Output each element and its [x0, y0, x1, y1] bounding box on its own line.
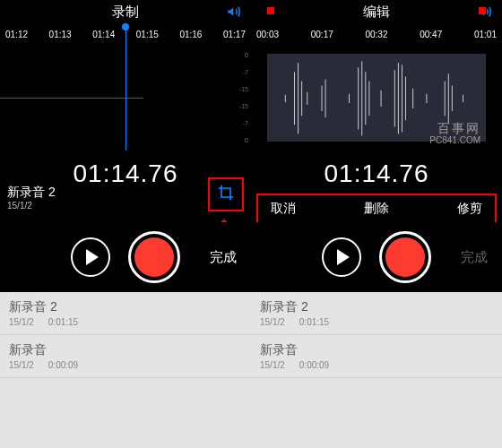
- edit-actions-highlight: 取消 删除 修剪: [256, 194, 497, 224]
- list-item[interactable]: 新录音 2 15/1/2 0:01:15: [0, 292, 251, 335]
- list-item[interactable]: 新录音 15/1/2 0:00:09: [0, 335, 251, 378]
- list-item[interactable]: 新录音 15/1/2 0:00:09: [251, 335, 502, 378]
- time-tick: 01:13: [49, 30, 72, 39]
- list-item-date: 15/1/2: [9, 317, 34, 327]
- play-icon: [86, 249, 99, 265]
- time-tick: 00:17: [311, 30, 333, 39]
- trim-button-highlight: [208, 177, 244, 211]
- cancel-button[interactable]: 取消: [271, 201, 296, 217]
- time-tick: 01:17: [223, 30, 246, 39]
- time-tick: 01:12: [5, 30, 28, 39]
- info-panel: 01:14.76 新录音 2 15/1/2 ⬆: [0, 151, 251, 222]
- done-button[interactable]: 完成: [210, 249, 237, 266]
- time-tick: 01:14: [92, 30, 115, 39]
- edit-screen: 编辑 00:03 00:17 00:32 00:47 01:01: [251, 0, 502, 448]
- record-button[interactable]: [379, 231, 431, 283]
- list-item-duration: 0:01:15: [48, 317, 78, 327]
- waveform-flat: [0, 98, 143, 99]
- list-item-duration: 0:00:09: [299, 360, 329, 370]
- header: 编辑: [251, 0, 502, 23]
- header-title: 录制: [112, 4, 139, 21]
- time-tick: 00:03: [256, 30, 279, 39]
- trim-handle-right[interactable]: [479, 7, 486, 14]
- list-item-name: 新录音 2: [260, 299, 493, 315]
- db-scale: 0 -7 -15 -15 -7 0: [235, 52, 251, 143]
- header-title: 编辑: [363, 4, 390, 21]
- transport-controls: 完成: [251, 222, 502, 292]
- recordings-list[interactable]: 新录音 2 15/1/2 0:01:15 新录音 15/1/2 0:00:09: [0, 292, 251, 448]
- time-tick: 01:01: [474, 30, 497, 39]
- record-button[interactable]: [128, 231, 180, 283]
- play-button[interactable]: [322, 237, 361, 277]
- trim-button[interactable]: 修剪: [457, 201, 482, 217]
- current-recording-meta: 新录音 2 15/1/2: [7, 185, 56, 211]
- list-item-date: 15/1/2: [260, 317, 285, 327]
- watermark: 百事网 PC841.COM: [429, 122, 480, 145]
- crop-icon[interactable]: [217, 184, 235, 205]
- list-item-name: 新录音 2: [9, 299, 242, 315]
- list-item-duration: 0:01:15: [299, 317, 329, 327]
- time-tick: 00:47: [420, 30, 442, 39]
- playhead[interactable]: [126, 23, 126, 159]
- list-item-name: 新录音: [260, 342, 493, 358]
- list-item-name: 新录音: [9, 342, 242, 358]
- play-button[interactable]: [71, 237, 110, 277]
- record-icon: [385, 237, 425, 277]
- delete-button[interactable]: 删除: [364, 201, 389, 217]
- waveform-area[interactable]: 百事网 PC841.COM: [251, 45, 502, 151]
- list-item-duration: 0:00:09: [48, 360, 78, 370]
- header: 录制: [0, 0, 251, 23]
- list-item[interactable]: 新录音 2 15/1/2 0:01:15: [251, 292, 502, 335]
- time-tick: 01:15: [136, 30, 159, 39]
- waveform-area[interactable]: 0 -7 -15 -15 -7 0: [0, 45, 251, 151]
- recordings-list[interactable]: 新录音 2 15/1/2 0:01:15 新录音 15/1/2 0:00:09: [251, 292, 502, 448]
- done-button: 完成: [461, 249, 488, 266]
- elapsed-time: 01:14.76: [251, 159, 502, 188]
- time-tick: 01:16: [179, 30, 202, 39]
- transport-controls: 完成: [0, 222, 251, 292]
- record-icon: [134, 237, 174, 277]
- timeline-ruler[interactable]: 00:03 00:17 00:32 00:47 01:01: [251, 23, 502, 45]
- play-icon: [337, 249, 350, 265]
- record-screen: 录制 01:12 01:13 01:14 01:15 01:16 01:17 0…: [0, 0, 251, 448]
- recording-name: 新录音 2: [7, 185, 56, 201]
- recording-date: 15/1/2: [7, 201, 56, 211]
- playhead-handle-top[interactable]: [122, 23, 129, 30]
- list-item-date: 15/1/2: [260, 360, 285, 370]
- info-panel: 01:14.76 取消 删除 修剪: [251, 151, 502, 222]
- list-item-date: 15/1/2: [9, 360, 34, 370]
- time-tick: 00:32: [365, 30, 387, 39]
- trim-handle-left[interactable]: [267, 7, 274, 14]
- speaker-icon[interactable]: [226, 4, 242, 23]
